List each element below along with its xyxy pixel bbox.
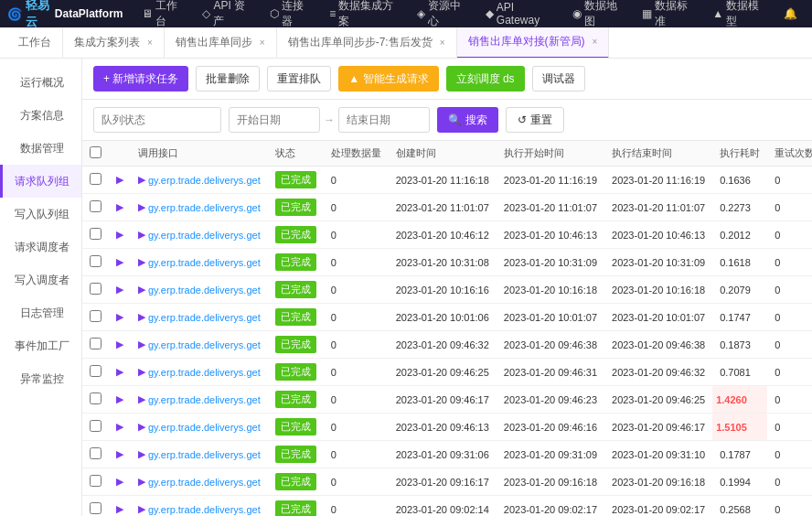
row-checkbox-cell[interactable] [82, 359, 109, 386]
end-date-input[interactable] [338, 107, 430, 133]
api-link[interactable]: ▶ gy.erp.trade.deliverys.get [138, 393, 261, 405]
row-api[interactable]: ▶ gy.erp.trade.deliverys.get [131, 441, 268, 468]
api-link[interactable]: ▶ gy.erp.trade.deliverys.get [138, 311, 261, 323]
nav-api-gateway[interactable]: ◆ API Gateway [478, 0, 561, 27]
row-checkbox[interactable] [90, 173, 102, 185]
auto-gen-btn[interactable]: ▲ 智能生成请求 [338, 66, 438, 91]
row-checkbox[interactable] [90, 365, 102, 377]
sidebar-item-write-scheduler[interactable]: 写入调度者 [0, 263, 81, 296]
reorder-btn[interactable]: 重置排队 [267, 66, 331, 91]
schedule-btn[interactable]: 立刻调度 ds [446, 66, 525, 91]
row-checkbox[interactable] [90, 392, 102, 404]
row-expand[interactable]: ▶ [109, 414, 131, 441]
nav-resource-center[interactable]: ◈ 资源中心 [410, 0, 475, 27]
row-checkbox-cell[interactable] [82, 386, 109, 414]
sidebar-item-data-mgmt[interactable]: 数据管理 [0, 132, 81, 165]
row-checkbox-cell[interactable] [82, 441, 109, 468]
nav-api-assets[interactable]: ◇ API 资产 [195, 0, 259, 27]
row-api[interactable]: ▶ gy.erp.trade.deliverys.get [131, 359, 268, 386]
tab-sales-sync-close[interactable]: × [260, 38, 265, 48]
nav-workbench[interactable]: 🖥 工作台 [134, 0, 192, 27]
api-link[interactable]: ▶ gy.erp.trade.deliverys.get [138, 476, 261, 488]
tab-sales-new-close[interactable]: × [593, 37, 598, 47]
reset-btn[interactable]: ↺ 重置 [506, 107, 564, 133]
row-expand[interactable]: ▶ [109, 221, 131, 249]
tab-sales-step7-close[interactable]: × [440, 38, 445, 48]
row-api[interactable]: ▶ gy.erp.trade.deliverys.get [131, 249, 268, 276]
row-checkbox[interactable] [90, 420, 102, 432]
row-api[interactable]: ▶ gy.erp.trade.deliverys.get [131, 167, 268, 194]
debug-btn[interactable]: 调试器 [532, 66, 585, 91]
row-expand[interactable]: ▶ [109, 441, 131, 468]
row-api[interactable]: ▶ gy.erp.trade.deliverys.get [131, 194, 268, 221]
row-api[interactable]: ▶ gy.erp.trade.deliverys.get [131, 386, 268, 414]
row-checkbox[interactable] [90, 228, 102, 240]
tab-sales-new[interactable]: 销售出库单对接(新管局) × [457, 27, 610, 59]
sidebar-item-overview[interactable]: 运行概况 [0, 66, 81, 99]
row-checkbox-cell[interactable] [82, 194, 109, 221]
sidebar-item-request-queue[interactable]: 请求队列组 [0, 165, 81, 198]
sidebar-item-exception-monitor[interactable]: 异常监控 [0, 362, 81, 395]
notification-bell[interactable]: 🔔 [776, 0, 805, 27]
tab-workbench[interactable]: 工作台 [7, 27, 63, 59]
row-checkbox-cell[interactable] [82, 221, 109, 249]
row-api[interactable]: ▶ gy.erp.trade.deliverys.get [131, 221, 268, 249]
sidebar-item-solution-info[interactable]: 方案信息 [0, 99, 81, 132]
sidebar-item-log-mgmt[interactable]: 日志管理 [0, 296, 81, 329]
row-checkbox[interactable] [90, 310, 102, 322]
tab-solution-list-close[interactable]: × [147, 38, 153, 48]
nav-data-model[interactable]: ▲ 数据模型 [705, 0, 773, 27]
row-api[interactable]: ▶ gy.erp.trade.deliverys.get [131, 331, 268, 359]
row-checkbox[interactable] [90, 475, 102, 487]
api-link[interactable]: ▶ gy.erp.trade.deliverys.get [138, 284, 261, 296]
row-expand[interactable]: ▶ [109, 496, 131, 517]
row-expand[interactable]: ▶ [109, 304, 131, 331]
batch-delete-btn[interactable]: 批量删除 [196, 66, 260, 91]
row-expand[interactable]: ▶ [109, 386, 131, 414]
row-checkbox-cell[interactable] [82, 468, 109, 496]
api-link[interactable]: ▶ gy.erp.trade.deliverys.get [138, 201, 261, 213]
new-request-btn[interactable]: + 新增请求任务 [93, 66, 188, 91]
queue-status-input[interactable] [93, 107, 221, 133]
col-select-all[interactable] [82, 141, 109, 167]
row-expand[interactable]: ▶ [109, 468, 131, 496]
row-expand[interactable]: ▶ [109, 276, 131, 304]
sidebar-item-write-queue[interactable]: 写入队列组 [0, 198, 81, 231]
row-api[interactable]: ▶ gy.erp.trade.deliverys.get [131, 468, 268, 496]
nav-data-integration[interactable]: ≡ 数据集成方案 [322, 0, 405, 27]
row-expand[interactable]: ▶ [109, 249, 131, 276]
row-checkbox-cell[interactable] [82, 167, 109, 194]
row-expand[interactable]: ▶ [109, 331, 131, 359]
row-checkbox[interactable] [90, 255, 102, 267]
api-link[interactable]: ▶ gy.erp.trade.deliverys.get [138, 339, 261, 350]
start-date-input[interactable] [229, 107, 320, 133]
row-api[interactable]: ▶ gy.erp.trade.deliverys.get [131, 496, 268, 517]
row-expand[interactable]: ▶ [109, 194, 131, 221]
row-expand[interactable]: ▶ [109, 167, 131, 194]
nav-data-map[interactable]: ◉ 数据地图 [565, 0, 631, 27]
tab-sales-step7[interactable]: 销售出库单同步步-7:售后发货 × [277, 27, 457, 59]
row-checkbox-cell[interactable] [82, 249, 109, 276]
row-checkbox-cell[interactable] [82, 414, 109, 441]
row-expand[interactable]: ▶ [109, 359, 131, 386]
row-api[interactable]: ▶ gy.erp.trade.deliverys.get [131, 414, 268, 441]
sidebar-item-request-scheduler[interactable]: 请求调度者 [0, 231, 81, 263]
row-checkbox-cell[interactable] [82, 304, 109, 331]
row-checkbox[interactable] [90, 338, 102, 349]
row-api[interactable]: ▶ gy.erp.trade.deliverys.get [131, 276, 268, 304]
nav-connector[interactable]: ⬡ 连接器 [262, 0, 318, 27]
api-link[interactable]: ▶ gy.erp.trade.deliverys.get [138, 503, 261, 515]
row-checkbox[interactable] [90, 283, 102, 295]
tab-solution-list[interactable]: 集成方案列表 × [63, 27, 165, 59]
nav-data-standard[interactable]: ▦ 数据标准 [635, 0, 701, 27]
row-checkbox[interactable] [90, 447, 102, 459]
select-all-checkbox[interactable] [90, 146, 102, 158]
tab-sales-sync[interactable]: 销售出库单同步 × [165, 27, 277, 59]
row-checkbox-cell[interactable] [82, 496, 109, 517]
row-checkbox[interactable] [90, 502, 102, 514]
api-link[interactable]: ▶ gy.erp.trade.deliverys.get [138, 448, 261, 460]
row-checkbox-cell[interactable] [82, 331, 109, 359]
api-link[interactable]: ▶ gy.erp.trade.deliverys.get [138, 256, 261, 268]
api-link[interactable]: ▶ gy.erp.trade.deliverys.get [138, 229, 261, 241]
data-table-container[interactable]: 调用接口 状态 处理数据量 创建时间 执行开始时间 执行结束时间 执行耗时 重试… [82, 141, 812, 516]
